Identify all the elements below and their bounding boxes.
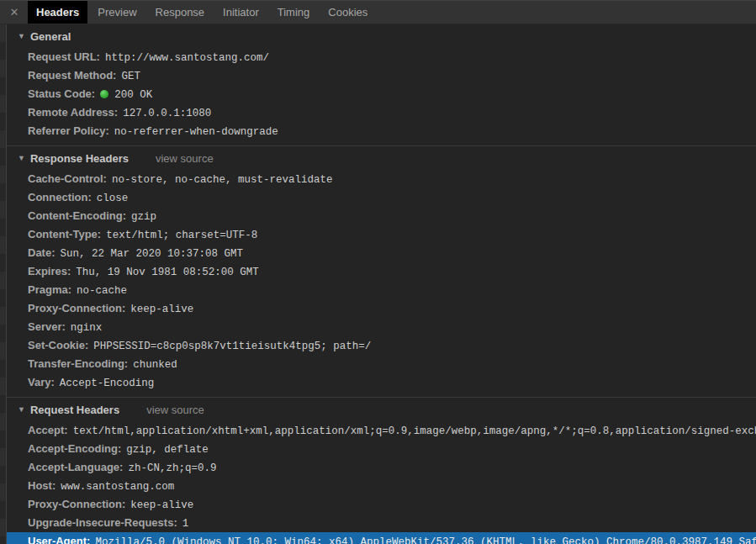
header-value: gzip bbox=[131, 211, 156, 223]
disclosure-triangle-icon: ▼ bbox=[18, 155, 25, 162]
tab-timing[interactable]: Timing bbox=[269, 1, 319, 24]
header-name: Accept-Language: bbox=[28, 461, 123, 473]
header-name: Status Code: bbox=[28, 87, 95, 100]
header-row-remote address[interactable]: Remote Address:127.0.0.1:1080 bbox=[7, 103, 756, 122]
header-row-proxy-connection[interactable]: Proxy-Connection:keep-alive bbox=[7, 495, 756, 514]
disclosure-triangle-icon: ▼ bbox=[18, 33, 25, 40]
section-header[interactable]: ▼General bbox=[7, 24, 756, 48]
section-title: General bbox=[30, 30, 71, 43]
header-value: 200 OK bbox=[114, 89, 152, 101]
header-row-set-cookie[interactable]: Set-Cookie:PHPSESSID=c8cp0sp8k7vt1tieisu… bbox=[7, 336, 756, 355]
header-name: Expires: bbox=[28, 265, 71, 277]
header-name: Connection: bbox=[28, 191, 92, 203]
network-detail-tabbar: ✕ HeadersPreviewResponseInitiatorTimingC… bbox=[0, 0, 756, 24]
header-value: 127.0.0.1:1080 bbox=[123, 108, 211, 119]
tab-initiator[interactable]: Initiator bbox=[214, 1, 267, 24]
header-name: Upgrade-Insecure-Requests: bbox=[28, 516, 177, 529]
view-source-button[interactable]: view source bbox=[156, 152, 214, 165]
header-value: no-store, no-cache, must-revalidate bbox=[112, 174, 333, 186]
header-name: Vary: bbox=[28, 376, 55, 388]
header-name: Content-Type: bbox=[28, 228, 101, 240]
headers-panel: ▼GeneralRequest URL:http://www.santostan… bbox=[7, 24, 756, 544]
header-row-upgrade-insecure-requests[interactable]: Upgrade-Insecure-Requests:1 bbox=[7, 514, 756, 532]
section-general: ▼GeneralRequest URL:http://www.santostan… bbox=[7, 24, 756, 145]
header-row-connection[interactable]: Connection:close bbox=[7, 188, 756, 207]
header-name: Remote Address: bbox=[28, 106, 118, 119]
section-header[interactable]: ▼Response Headersview source bbox=[7, 146, 756, 170]
header-name: Referrer Policy: bbox=[28, 124, 109, 137]
tab-headers[interactable]: Headers bbox=[28, 1, 87, 24]
header-name: Host: bbox=[28, 479, 56, 492]
header-row-referrer policy[interactable]: Referrer Policy:no-referrer-when-downgra… bbox=[7, 122, 756, 140]
header-value: Sun, 22 Mar 2020 10:37:08 GMT bbox=[61, 248, 244, 260]
header-value: Accept-Encoding bbox=[60, 378, 155, 389]
header-name: Accept: bbox=[28, 424, 68, 436]
header-name: User-Agent: bbox=[28, 535, 90, 544]
header-row-accept-encoding[interactable]: Accept-Encoding:gzip, deflate bbox=[7, 440, 756, 458]
header-row-content-encoding[interactable]: Content-Encoding:gzip bbox=[7, 207, 756, 225]
header-name: Cache-Control: bbox=[28, 172, 107, 185]
tab-list: HeadersPreviewResponseInitiatorTimingCoo… bbox=[27, 1, 377, 24]
header-value: no-referrer-when-downgrade bbox=[114, 126, 278, 138]
tab-cookies[interactable]: Cookies bbox=[320, 1, 376, 24]
network-detail-content: ▼GeneralRequest URL:http://www.santostan… bbox=[0, 24, 756, 544]
section-title: Response Headers bbox=[30, 152, 129, 165]
header-row-cache-control[interactable]: Cache-Control:no-store, no-cache, must-r… bbox=[7, 170, 756, 188]
header-value: close bbox=[97, 193, 129, 204]
header-name: Transfer-Encoding: bbox=[28, 357, 128, 370]
section-header[interactable]: ▼Request Headersview source bbox=[7, 398, 756, 421]
header-name: Request URL: bbox=[28, 50, 100, 63]
disclosure-triangle-icon: ▼ bbox=[18, 406, 25, 414]
header-name: Proxy-Connection: bbox=[28, 498, 125, 510]
header-row-vary[interactable]: Vary:Accept-Encoding bbox=[7, 373, 756, 392]
header-row-server[interactable]: Server:nginx bbox=[7, 318, 756, 336]
header-value: no-cache bbox=[77, 285, 127, 297]
header-value: text/html,application/xhtml+xml,applicat… bbox=[73, 425, 756, 437]
header-row-proxy-connection[interactable]: Proxy-Connection:keep-alive bbox=[7, 299, 756, 318]
section-title: Request Headers bbox=[30, 404, 119, 416]
header-row-date[interactable]: Date:Sun, 22 Mar 2020 10:37:08 GMT bbox=[7, 244, 756, 262]
tab-preview[interactable]: Preview bbox=[89, 1, 145, 24]
header-name: Content-Encoding: bbox=[28, 209, 126, 222]
header-value: Thu, 19 Nov 1981 08:52:00 GMT bbox=[76, 267, 259, 278]
header-row-status code[interactable]: Status Code:200 OK bbox=[7, 85, 756, 103]
view-source-button[interactable]: view source bbox=[146, 404, 204, 416]
header-value: www.santostang.com bbox=[61, 481, 174, 493]
header-value: text/html; charset=UTF-8 bbox=[106, 230, 257, 241]
header-value: Mozilla/5.0 (Windows NT 10.0; Win64; x64… bbox=[95, 536, 756, 544]
header-name: Proxy-Connection: bbox=[28, 302, 125, 314]
header-row-request method[interactable]: Request Method:GET bbox=[7, 66, 756, 85]
tab-response[interactable]: Response bbox=[147, 1, 214, 24]
header-row-transfer-encoding[interactable]: Transfer-Encoding:chunked bbox=[7, 355, 756, 373]
header-row-host[interactable]: Host:www.santostang.com bbox=[7, 477, 756, 495]
header-row-accept[interactable]: Accept:text/html,application/xhtml+xml,a… bbox=[7, 421, 756, 440]
header-value: keep-alive bbox=[130, 499, 193, 511]
header-name: Date: bbox=[28, 246, 56, 259]
header-name: Accept-Encoding: bbox=[28, 442, 121, 455]
header-row-content-type[interactable]: Content-Type:text/html; charset=UTF-8 bbox=[7, 225, 756, 244]
header-value: zh-CN,zh;q=0.9 bbox=[128, 462, 216, 474]
header-value: keep-alive bbox=[130, 304, 193, 315]
request-table-sliver[interactable] bbox=[0, 24, 7, 544]
header-name: Set-Cookie: bbox=[28, 339, 88, 351]
header-value: http://www.santostang.com/ bbox=[105, 52, 269, 64]
header-name: Request Method: bbox=[28, 69, 116, 82]
header-name: Pragma: bbox=[28, 283, 71, 296]
header-row-accept-language[interactable]: Accept-Language:zh-CN,zh;q=0.9 bbox=[7, 458, 756, 477]
close-icon[interactable]: ✕ bbox=[2, 1, 27, 24]
header-value: PHPSESSID=c8cp0sp8k7vt1tieisutk4tpg5; pa… bbox=[93, 341, 371, 352]
header-row-pragma[interactable]: Pragma:no-cache bbox=[7, 281, 756, 299]
header-row-expires[interactable]: Expires:Thu, 19 Nov 1981 08:52:00 GMT bbox=[7, 262, 756, 281]
header-row-user-agent[interactable]: User-Agent:Mozilla/5.0 (Windows NT 10.0;… bbox=[7, 532, 756, 544]
header-value: nginx bbox=[71, 322, 103, 334]
section-response-headers: ▼Response Headersview sourceCache-Contro… bbox=[7, 145, 756, 397]
header-row-request url[interactable]: Request URL:http://www.santostang.com/ bbox=[7, 48, 756, 66]
section-request-headers: ▼Request Headersview sourceAccept:text/h… bbox=[7, 397, 756, 544]
header-value: chunked bbox=[133, 359, 177, 371]
header-value: 1 bbox=[182, 518, 189, 530]
status-ok-icon bbox=[100, 90, 108, 98]
header-value: gzip, deflate bbox=[126, 444, 209, 456]
header-name: Server: bbox=[28, 320, 66, 333]
header-value: GET bbox=[121, 71, 140, 82]
